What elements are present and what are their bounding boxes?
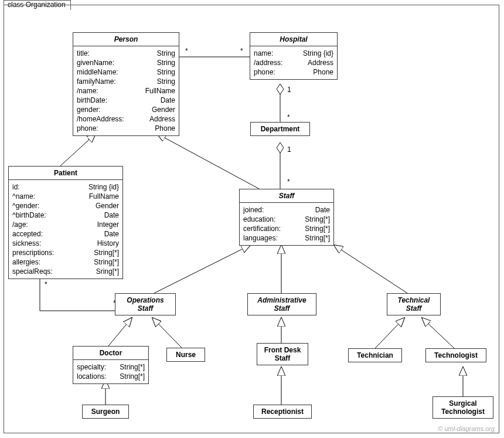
attribute-row: name:String {id} bbox=[254, 49, 333, 58]
class-nurse: Nurse bbox=[166, 348, 205, 362]
mult-hospital-department-top: 1 bbox=[287, 86, 291, 94]
class-operations-staff: Operations Staff bbox=[115, 293, 176, 315]
class-surgical-technologist-title: Surgical Technologist bbox=[433, 397, 493, 418]
class-staff: Staff joined:Dateeducation:String[*]cert… bbox=[239, 189, 334, 246]
credit-text: © uml-diagrams.org bbox=[438, 425, 495, 432]
attribute-row: allergies:String[*] bbox=[12, 257, 119, 267]
class-patient: Patient id:String {id}^name:FullName^gen… bbox=[8, 166, 123, 279]
attribute-row: /age:Integer bbox=[12, 220, 119, 229]
class-front-desk-staff-title: Front Desk Staff bbox=[257, 344, 308, 365]
attribute-row: middleName:String bbox=[77, 67, 175, 77]
class-department-title: Department bbox=[251, 123, 309, 135]
class-staff-title: Staff bbox=[240, 189, 333, 203]
attribute-row: /name:FullName bbox=[77, 86, 175, 96]
mult-hospital-department-bottom: * bbox=[287, 113, 290, 121]
class-person-title: Person bbox=[73, 33, 179, 46]
attribute-row: prescriptions:String[*] bbox=[12, 248, 119, 257]
attribute-row: joined:Date bbox=[243, 205, 330, 215]
class-hospital: Hospital name:String {id}/address:Addres… bbox=[250, 32, 338, 80]
class-administrative-staff-title: Administrative Staff bbox=[248, 294, 316, 315]
attribute-row: certification:String[*] bbox=[243, 224, 330, 233]
attribute-row: birthDate:Date bbox=[77, 96, 175, 105]
class-department: Department bbox=[250, 122, 310, 136]
class-administrative-staff: Administrative Staff bbox=[247, 293, 316, 315]
attribute-row: phone:Phone bbox=[254, 67, 333, 77]
attribute-row: id:String {id} bbox=[12, 182, 119, 192]
mult-department-staff-bottom: * bbox=[287, 178, 290, 186]
attribute-row: ^gender:Gender bbox=[12, 201, 119, 210]
attribute-row: familyName:String bbox=[77, 77, 175, 86]
class-staff-body: joined:Dateeducation:String[*]certificat… bbox=[240, 203, 333, 245]
class-technologist: Technologist bbox=[425, 348, 486, 362]
class-receptionist-title: Receptionist bbox=[254, 405, 311, 418]
attribute-row: /homeAddress:Address bbox=[77, 114, 175, 124]
class-doctor: Doctor specialty:String[*]locations:Stri… bbox=[73, 346, 149, 384]
class-patient-body: id:String {id}^name:FullName^gender:Gend… bbox=[9, 180, 122, 279]
attribute-row: phone:Phone bbox=[77, 124, 175, 133]
class-technician: Technician bbox=[348, 348, 402, 362]
class-front-desk-staff: Front Desk Staff bbox=[257, 343, 308, 365]
mult-person-hospital-right: * bbox=[240, 47, 243, 55]
attribute-row: sickness:History bbox=[12, 239, 119, 248]
class-person-body: title:StringgivenName:StringmiddleName:S… bbox=[73, 46, 179, 135]
class-receptionist: Receptionist bbox=[253, 405, 312, 419]
class-hospital-body: name:String {id}/address:Addressphone:Ph… bbox=[250, 46, 337, 79]
attribute-row: ^birthDate:Date bbox=[12, 210, 119, 220]
class-technologist-title: Technologist bbox=[426, 349, 486, 362]
mult-person-hospital-left: * bbox=[185, 47, 188, 55]
attribute-row: languages:String[*] bbox=[243, 233, 330, 243]
attribute-row: education:String[*] bbox=[243, 215, 330, 224]
class-operations-staff-title: Operations Staff bbox=[115, 294, 175, 315]
attribute-row: specialReqs:Sring[*] bbox=[12, 267, 119, 276]
class-hospital-title: Hospital bbox=[250, 33, 337, 46]
class-surgeon: Surgeon bbox=[82, 405, 129, 419]
class-surgical-technologist: Surgical Technologist bbox=[433, 396, 493, 419]
class-nurse-title: Nurse bbox=[167, 348, 205, 361]
attribute-row: gender:Gender bbox=[77, 105, 175, 114]
class-person: Person title:StringgivenName:Stringmiddl… bbox=[73, 32, 179, 136]
attribute-row: ^name:FullName bbox=[12, 192, 119, 201]
attribute-row: accepted:Date bbox=[12, 229, 119, 239]
attribute-row: givenName:String bbox=[77, 58, 175, 67]
class-doctor-title: Doctor bbox=[73, 347, 148, 360]
diagram-canvas: class Organization bbox=[0, 0, 504, 438]
class-technical-staff-title: Technical Staff bbox=[387, 294, 440, 315]
mult-patient-opstaff-patient: * bbox=[45, 280, 47, 288]
class-surgeon-title: Surgeon bbox=[83, 405, 128, 418]
attribute-row: /address:Address bbox=[254, 58, 333, 67]
attribute-row: locations:String[*] bbox=[77, 372, 145, 381]
mult-department-staff-top: 1 bbox=[287, 145, 291, 154]
attribute-row: title:String bbox=[77, 49, 175, 58]
class-technician-title: Technician bbox=[349, 349, 401, 362]
class-technical-staff: Technical Staff bbox=[387, 293, 441, 315]
class-patient-title: Patient bbox=[9, 167, 122, 180]
class-doctor-body: specialty:String[*]locations:String[*] bbox=[73, 360, 148, 383]
attribute-row: specialty:String[*] bbox=[77, 362, 145, 372]
